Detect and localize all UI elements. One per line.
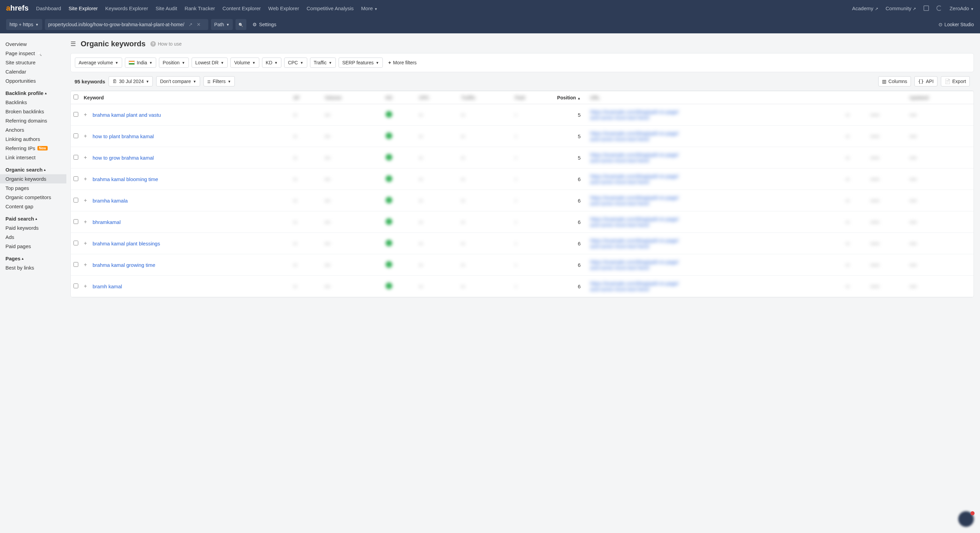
row-checkbox[interactable] — [73, 112, 78, 117]
url-input[interactable]: propertycloud.in/blog/how-to-grow-brahma… — [45, 19, 208, 30]
nav-site-audit[interactable]: Site Audit — [156, 5, 177, 11]
columns-button[interactable]: Columns — [878, 76, 911, 86]
mode-selector[interactable]: Path▼ — [211, 19, 233, 30]
sidebar-item-ads[interactable]: Ads — [5, 232, 66, 242]
logo[interactable]: ahrefs — [6, 4, 29, 13]
filter-traffic[interactable]: Traffic▼ — [310, 57, 336, 68]
keyword-link[interactable]: brahma kamal blooming time — [92, 176, 158, 182]
gear-icon — [253, 22, 257, 27]
filter-cpc[interactable]: CPC▼ — [284, 57, 307, 68]
position-value: 5 — [554, 126, 587, 147]
row-checkbox[interactable] — [73, 283, 78, 288]
sidebar-item-referring-ips[interactable]: Referring IPsNew — [5, 144, 66, 153]
row-checkbox[interactable] — [73, 241, 78, 245]
nav-content-explorer[interactable]: Content Explorer — [223, 5, 261, 11]
volume-mode-filter[interactable]: Average volume▼ — [75, 57, 122, 68]
row-checkbox[interactable] — [73, 155, 78, 160]
sidebar-item-link-intersect[interactable]: Link intersect — [5, 153, 66, 162]
sidebar-item-organic-competitors[interactable]: Organic competitors — [5, 193, 66, 202]
row-checkbox[interactable] — [73, 219, 78, 224]
account-menu[interactable]: ZeroAdo ▼ — [950, 5, 974, 11]
more-filters-button[interactable]: More filters — [385, 58, 419, 67]
keyword-link[interactable]: brahma kamal plant and vastu — [92, 112, 161, 118]
external-link-icon[interactable]: ↗ — [189, 22, 192, 27]
keyword-link[interactable]: bhramkamal — [92, 219, 121, 225]
sidebar-section-backlink-profile[interactable]: Backlink profile ▴ — [5, 86, 66, 98]
expand-row[interactable]: + — [81, 104, 90, 126]
expand-row[interactable]: + — [81, 190, 90, 212]
keyword-link[interactable]: bramha kamala — [92, 198, 127, 204]
filter-volume[interactable]: Volume▼ — [231, 57, 259, 68]
sidebar-item-top-pages[interactable]: Top pages — [5, 183, 66, 193]
compare-selector[interactable]: Don't compare▼ — [156, 76, 200, 86]
sidebar-item-paid-pages[interactable]: Paid pages — [5, 242, 66, 251]
date-selector[interactable]: 30 Jul 2024▼ — [108, 76, 153, 86]
sidebar-item-overview[interactable]: Overview — [5, 40, 66, 49]
looker-studio-link[interactable]: ⊙Looker Studio — [939, 22, 974, 27]
nav-more[interactable]: More ▼ — [361, 5, 377, 11]
sidebar-item-opportunities[interactable]: Opportunities — [5, 76, 66, 86]
expand-row[interactable]: + — [81, 147, 90, 169]
nav-web-explorer[interactable]: Web Explorer — [268, 5, 299, 11]
sidebar-section-pages[interactable]: Pages ▴ — [5, 251, 66, 263]
sidebar-item-site-structure[interactable]: Site structure — [5, 58, 66, 67]
export-button[interactable]: Export — [941, 76, 970, 86]
filter-lowest-dr[interactable]: Lowest DR▼ — [192, 57, 228, 68]
nav-competitive-analysis[interactable]: Competitive Analysis — [307, 5, 353, 11]
close-icon[interactable]: ✕ — [197, 22, 201, 27]
menu-icon[interactable]: ☰ — [70, 40, 76, 48]
keyword-link[interactable]: bramh kamal — [92, 283, 122, 289]
nav-community[interactable]: Community↗ — [886, 5, 916, 11]
expand-row[interactable]: + — [81, 169, 90, 190]
settings-link[interactable]: Settings — [249, 22, 280, 27]
search-button[interactable] — [235, 19, 247, 30]
sidebar-item-broken-backlinks[interactable]: Broken backlinks — [5, 107, 66, 116]
row-checkbox[interactable] — [73, 134, 78, 138]
nav-keywords-explorer[interactable]: Keywords Explorer — [105, 5, 148, 11]
sidebar-item-referring-domains[interactable]: Referring domains — [5, 116, 66, 125]
sidebar-item-paid-keywords[interactable]: Paid keywords — [5, 223, 66, 232]
expand-row[interactable]: + — [81, 126, 90, 147]
sidebar-item-backlinks[interactable]: Backlinks — [5, 98, 66, 107]
country-filter[interactable]: India▼ — [125, 57, 156, 68]
sidebar-section-organic-search[interactable]: Organic search ▴ — [5, 162, 66, 174]
sub-nav: http + https▼ propertycloud.in/blog/how-… — [0, 16, 980, 33]
sidebar-section-paid-search[interactable]: Paid search ▴ — [5, 211, 66, 223]
expand-row[interactable]: + — [81, 212, 90, 233]
theme-icon[interactable] — [937, 5, 942, 11]
filter-kd[interactable]: KD▼ — [262, 57, 282, 68]
keyword-link[interactable]: brahma kamal plant blessings — [92, 241, 160, 247]
expand-row[interactable]: + — [81, 276, 90, 297]
expand-row[interactable]: + — [81, 254, 90, 276]
filter-position[interactable]: Position▼ — [159, 57, 189, 68]
keyword-link[interactable]: how to plant brahma kamal — [92, 134, 154, 139]
col-keyword[interactable]: Keyword — [81, 91, 291, 104]
filter-serp-features[interactable]: SERP features▼ — [339, 57, 383, 68]
app-icon[interactable] — [924, 5, 929, 11]
row-checkbox[interactable] — [73, 176, 78, 181]
select-all-checkbox[interactable] — [73, 95, 78, 99]
keyword-link[interactable]: brahma kamal growing time — [92, 262, 155, 268]
sidebar-item-page-inspect[interactable]: Page inspect — [5, 49, 66, 58]
expand-row[interactable]: + — [81, 233, 90, 254]
sidebar-item-organic-keywords[interactable]: Organic keywords — [0, 174, 66, 183]
table-row: +how to grow brahma kamal••••••••••5http… — [71, 147, 974, 169]
nav-site-explorer[interactable]: Site Explorer — [68, 5, 98, 11]
row-checkbox[interactable] — [73, 198, 78, 202]
protocol-selector[interactable]: http + https▼ — [6, 19, 42, 30]
sidebar-item-calendar[interactable]: Calendar — [5, 67, 66, 76]
nav-rank-tracker[interactable]: Rank Tracker — [185, 5, 215, 11]
keyword-link[interactable]: how to grow brahma kamal — [92, 155, 154, 161]
looker-icon: ⊙ — [939, 22, 943, 27]
sidebar-item-anchors[interactable]: Anchors — [5, 125, 66, 134]
sidebar-item-linking-authors[interactable]: Linking authors — [5, 134, 66, 144]
nav-academy[interactable]: Academy↗ — [852, 5, 878, 11]
api-button[interactable]: API — [914, 76, 937, 86]
sidebar-item-best-by-links[interactable]: Best by links — [5, 263, 66, 272]
row-checkbox[interactable] — [73, 262, 78, 267]
sidebar-item-content-gap[interactable]: Content gap — [5, 202, 66, 211]
nav-dashboard[interactable]: Dashboard — [36, 5, 61, 11]
filters-button[interactable]: Filters▼ — [204, 76, 235, 86]
col-position[interactable]: Position ▲ — [554, 91, 587, 104]
how-to-use-link[interactable]: ?How to use — [150, 41, 182, 47]
